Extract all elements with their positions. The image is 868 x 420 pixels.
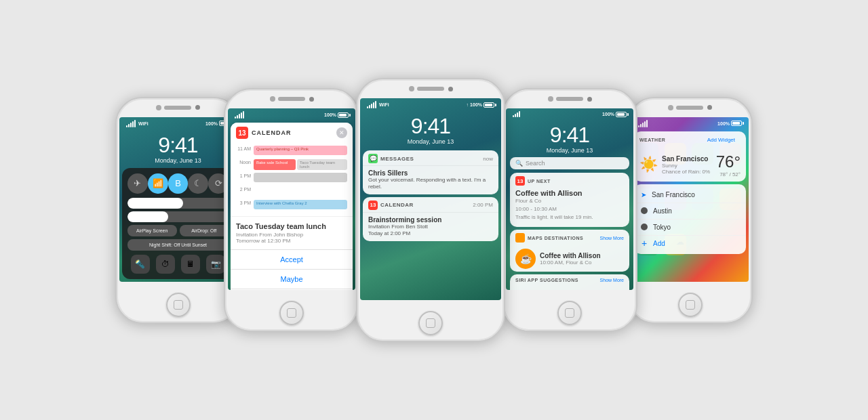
event-taco-small[interactable]: Taco Tuesday team lunch <box>297 159 347 170</box>
cc-buttons-row: AirPlay Screen AirDrop: Off <box>127 225 229 236</box>
phone-5: ☁ 1 <box>627 97 753 324</box>
search-bar[interactable]: 🔍 Search <box>510 157 629 169</box>
bar1 <box>126 125 127 127</box>
siri-apps-row: 📹 FaceTime ✉ Mail 🗺 Maps <box>510 286 629 290</box>
speaker-dot <box>548 96 553 102</box>
location-add-row[interactable]: + Add <box>634 236 746 251</box>
location-tokyo[interactable]: Tokyo <box>634 219 746 236</box>
weather-widget-label: WEATHER <box>639 138 665 142</box>
maps-header: MAPS DESTINATIONS Show More <box>510 230 629 246</box>
phones-container: WiFi 100% 9:41 Monday, June 13 ✈ 📶 B <box>119 78 749 342</box>
weather-info: San Francisco Sunny Chance of Rain: 0% <box>662 155 712 175</box>
time-noon: Noon <box>236 159 251 165</box>
cal-close-btn[interactable]: ✕ <box>336 127 347 138</box>
clock-icon[interactable]: ⏱ <box>156 255 175 274</box>
wifi-toggle-icon[interactable]: 📶 <box>148 173 168 194</box>
speaker-bar <box>676 106 703 110</box>
airplane-mode-icon[interactable]: ✈ <box>127 173 148 194</box>
maps-title-row: MAPS DESTINATIONS <box>515 233 583 243</box>
phone-1: WiFi 100% 9:41 Monday, June 13 ✈ 📶 B <box>115 97 241 324</box>
sun-icon: ☀️ <box>639 156 658 173</box>
phone4-date: Monday, June 13 <box>506 147 633 154</box>
cal-event-title: Taco Tuesday team lunch <box>236 222 347 230</box>
time-row-2pm: 2 PM <box>236 186 347 200</box>
phone1-screen: WiFi 100% 9:41 Monday, June 13 ✈ 📶 B <box>119 117 237 282</box>
flashlight-icon[interactable]: 🔦 <box>131 255 150 274</box>
night-shift-btn[interactable]: Night Shift: Off Until Sunset <box>127 239 229 251</box>
camera-dot <box>707 105 712 110</box>
phone1-top <box>117 98 239 117</box>
phone1-home-button[interactable] <box>166 293 191 317</box>
b4 <box>241 112 242 119</box>
phone3-home-button[interactable] <box>418 311 443 335</box>
camera-dot <box>309 97 314 102</box>
phone5-home-button[interactable] <box>678 293 703 317</box>
messages-app-name: MESSAGES <box>380 156 414 162</box>
cal-actions: Accept Maybe Decline <box>231 249 353 290</box>
tokyo-dot <box>641 224 648 230</box>
events-1pm <box>254 173 347 182</box>
maps-show-more[interactable]: Show More <box>600 236 624 240</box>
p5-battery-pct: 100% <box>717 121 730 126</box>
volume-slider[interactable] <box>127 211 229 222</box>
phone3-content: WiFi ↑ 100% 9:41 Monday, June 13 <box>360 98 501 300</box>
siri-show-more[interactable]: Show More <box>600 278 624 282</box>
brightness-slider[interactable] <box>127 198 229 209</box>
p5-status-right: 100% <box>717 121 742 126</box>
signal-bars <box>235 111 244 119</box>
decline-btn[interactable]: Decline <box>231 289 353 290</box>
weather-city: San Francisco <box>662 155 712 163</box>
event-quarterly[interactable]: Quarterly planning – Q3 Pink <box>254 146 347 155</box>
cal-app-row: 13 CALENDAR <box>368 201 414 210</box>
camera-icon[interactable]: 📷 <box>206 255 225 274</box>
p3-status-left: WiFi <box>367 101 389 108</box>
camera-dot <box>448 87 453 91</box>
cal-notif-time: 2:00 PM <box>473 202 493 208</box>
location-san-francisco[interactable]: ➤ San Francisco <box>634 187 746 203</box>
speaker-dot <box>270 96 275 102</box>
battery-percent: 100% <box>205 121 218 126</box>
phone3-screen: WiFi ↑ 100% 9:41 Monday, June 13 <box>360 98 501 300</box>
calendar-notification[interactable]: 13 CALENDAR 2:00 PM Brainstorming sessio… <box>363 197 498 241</box>
phone2-top <box>225 89 358 108</box>
phone4-content: 100% 9:41 Monday, June 13 🔍 Search <box>506 108 633 290</box>
phone3-top <box>357 79 504 98</box>
bluetooth-icon[interactable]: B <box>168 173 189 194</box>
event-bake[interactable]: Bake sale School <box>254 159 296 170</box>
phone5-status-bar: 100% <box>631 117 749 129</box>
weather-range: 78° / 52° <box>716 171 741 177</box>
search-icon: 🔍 <box>515 160 523 167</box>
speaker-dot <box>668 105 673 110</box>
accept-btn[interactable]: Accept <box>231 250 353 270</box>
signal-bars <box>638 120 648 127</box>
add-widget-btn[interactable]: Add Widget <box>702 135 741 145</box>
maybe-btn[interactable]: Maybe <box>231 270 353 289</box>
phone4-home-button[interactable] <box>557 301 582 325</box>
moon-icon[interactable]: ☾ <box>188 173 208 194</box>
phone5-content: ☁ 1 <box>631 117 749 282</box>
p3-carrier: WiFi <box>379 102 389 107</box>
event-interview[interactable]: Interview with Chella Gray 2 <box>254 200 347 209</box>
airdrop-btn[interactable]: AirDrop: Off <box>180 225 229 236</box>
speaker-bar <box>417 87 444 91</box>
cc-icons-row: ✈ 📶 B ☾ ⟳ <box>127 173 229 194</box>
up-next-title-row: 13 UP NEXT <box>515 176 551 186</box>
add-location-label[interactable]: Add <box>653 240 665 247</box>
phone2-home-button[interactable] <box>279 301 304 325</box>
calculator-icon[interactable]: 🖩 <box>181 255 200 274</box>
weather-widget-body: ☀️ San Francisco Sunny Chance of Rain: 0… <box>634 148 746 182</box>
time-11am: 11 AM <box>236 146 251 151</box>
location-austin[interactable]: Austin <box>634 203 746 219</box>
phone2-status-bar: 100% <box>228 108 355 120</box>
airplay-btn[interactable]: AirPlay Screen <box>127 225 177 236</box>
phone4-lock-time: 9:41 Monday, June 13 <box>506 119 633 154</box>
up-next-content: Coffee with Allison Flour & Co 10:00 - 1… <box>510 189 629 227</box>
phone-2: 100% 13 CALENDAR ✕ 11 AM <box>224 88 359 332</box>
weather-temp: 76° <box>716 152 741 171</box>
up-next-widget: 13 UP NEXT Coffee with Allison Flour & C… <box>510 173 629 227</box>
messages-notification[interactable]: 💬 MESSAGES now Chris Sillers Got your vo… <box>363 150 498 194</box>
signal-bars <box>126 120 136 127</box>
p4-battery <box>616 112 627 117</box>
cal-event-detail: Invitation From Ben Stott <box>368 224 493 230</box>
time-row-11am: 11 AM Quarterly planning – Q3 Pink <box>236 146 347 159</box>
